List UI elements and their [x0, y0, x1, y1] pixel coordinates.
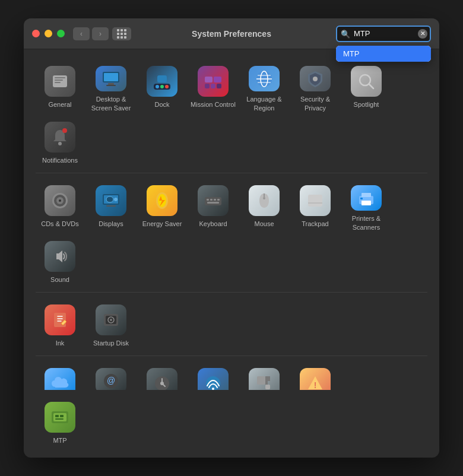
svg-rect-13	[205, 77, 213, 82]
security-icon	[300, 66, 331, 91]
svg-rect-41	[210, 199, 213, 201]
mouse-label: Mouse	[254, 220, 274, 228]
pref-extensions[interactable]: Extensions	[240, 361, 288, 390]
svg-text:!: !	[314, 380, 317, 390]
sound-label: Sound	[50, 275, 69, 284]
ink-icon	[45, 304, 75, 335]
pref-internet[interactable]: @ Internet Accounts	[87, 361, 135, 390]
grid-icon	[117, 29, 126, 39]
pref-keyboard[interactable]: Keyboard	[189, 178, 237, 231]
pref-energy[interactable]: Energy Saver	[138, 178, 186, 231]
svg-rect-85	[55, 418, 64, 420]
pref-mtp[interactable]: MTP	[36, 395, 84, 448]
pref-icloud[interactable]: iCloud	[36, 361, 84, 390]
pref-trackpad[interactable]: Trackpad	[291, 178, 340, 231]
svg-point-9	[156, 85, 159, 88]
pref-printers[interactable]: Printers & Scanners	[342, 178, 391, 231]
pref-desktop[interactable]: Desktop & Screen Saver	[87, 59, 135, 112]
startup-icon	[96, 304, 126, 335]
svg-rect-6	[108, 83, 114, 85]
printers-label: Printers & Scanners	[342, 214, 391, 231]
svg-rect-1	[55, 77, 65, 78]
energy-label: Energy Saver	[142, 220, 182, 228]
trackpad-label: Trackpad	[302, 220, 328, 228]
keyboard-label: Keyboard	[199, 220, 227, 228]
startup-label: Startup Disk	[93, 339, 129, 347]
search-clear-button[interactable]: ✕	[418, 29, 427, 39]
svg-rect-7	[106, 85, 116, 86]
pref-displays[interactable]: Displays	[87, 178, 135, 231]
dropdown-item-mtp[interactable]: MTP	[336, 46, 431, 62]
desktop-icon	[96, 66, 126, 91]
minimize-button[interactable]	[45, 30, 52, 37]
svg-rect-44	[207, 202, 219, 204]
sound-icon	[45, 241, 75, 272]
svg-rect-50	[361, 193, 371, 197]
svg-line-25	[369, 84, 374, 89]
grid-view-button[interactable]	[112, 27, 131, 40]
pref-startup[interactable]: Startup Disk	[87, 297, 135, 351]
mtp-section: MTP	[24, 390, 439, 458]
svg-rect-52	[360, 198, 363, 199]
svg-rect-2	[55, 80, 63, 81]
maximize-button[interactable]	[57, 30, 65, 37]
mission-label: Mission Control	[191, 100, 236, 109]
pref-sound[interactable]: Sound	[36, 234, 84, 287]
svg-point-11	[165, 85, 169, 88]
icloud-icon	[45, 368, 75, 390]
svg-rect-64	[257, 376, 265, 385]
svg-point-27	[62, 128, 67, 133]
pref-mission[interactable]: Mission Control	[189, 59, 237, 112]
search-dropdown: MTP	[336, 46, 431, 62]
svg-rect-43	[217, 199, 220, 201]
pref-cds[interactable]: CDs & DVDs	[36, 178, 84, 231]
close-button[interactable]	[32, 30, 40, 37]
mtp-icon	[45, 402, 75, 433]
pref-spotlight[interactable]: Spotlight	[342, 59, 391, 112]
printers-icon	[351, 185, 382, 211]
spotlight-icon	[351, 66, 382, 97]
svg-rect-51	[361, 201, 371, 205]
search-input[interactable]	[336, 26, 431, 42]
ink-label: Ink	[56, 339, 65, 347]
svg-rect-16	[211, 84, 215, 88]
svg-rect-34	[106, 205, 116, 207]
svg-point-31	[59, 199, 61, 202]
back-button[interactable]: ‹	[73, 27, 90, 40]
notifications-label: Notifications	[42, 156, 78, 164]
pref-security[interactable]: Security & Privacy	[291, 59, 340, 112]
svg-point-46	[263, 197, 265, 199]
dock-label: Dock	[154, 100, 169, 109]
svg-rect-82	[53, 413, 66, 421]
svg-rect-65	[265, 385, 270, 389]
pref-mouse[interactable]: Mouse	[240, 178, 288, 231]
energy-icon	[147, 185, 177, 216]
mtp-label: MTP	[53, 436, 66, 445]
trackpad-icon	[300, 185, 331, 216]
svg-rect-3	[55, 82, 61, 83]
pref-software[interactable]: Software Update	[138, 361, 186, 390]
pref-sharing[interactable]: ! Sharing	[291, 361, 340, 390]
svg-rect-42	[214, 199, 216, 201]
software-icon	[147, 368, 177, 390]
general-label: General	[48, 100, 71, 109]
nav-buttons: ‹ ›	[73, 27, 109, 40]
forward-icon: ›	[99, 30, 102, 38]
svg-point-61	[160, 382, 164, 385]
pref-notifications[interactable]: Notifications	[36, 115, 84, 168]
internet-icon: @	[96, 368, 126, 390]
svg-rect-40	[207, 199, 209, 201]
pref-ink[interactable]: Ink	[36, 297, 84, 351]
back-icon: ‹	[80, 30, 83, 38]
pref-dock[interactable]: Dock	[138, 59, 186, 112]
forward-button[interactable]: ›	[92, 27, 109, 40]
network-icon	[198, 368, 229, 390]
mouse-icon	[249, 185, 280, 216]
pref-network[interactable]: Network	[189, 361, 237, 390]
window-title: System Preferences	[192, 29, 271, 39]
pref-language[interactable]: Language & Region	[240, 59, 288, 112]
preferences-content: General Desktop & Screen Saver	[24, 49, 439, 390]
pref-general[interactable]: General	[36, 59, 84, 112]
svg-rect-5	[104, 73, 118, 81]
displays-label: Displays	[99, 220, 123, 228]
